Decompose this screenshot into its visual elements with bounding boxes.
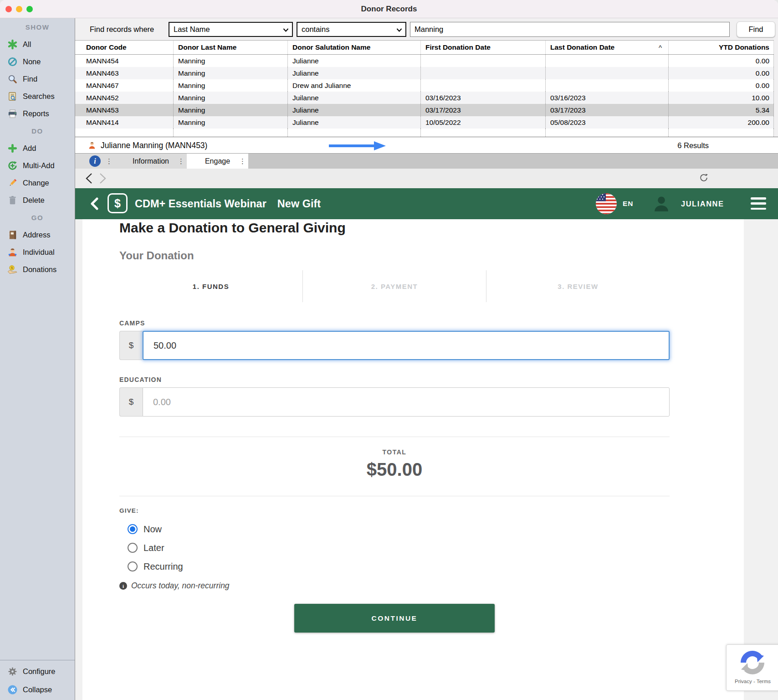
main-area: Find records where Last Name contains Fi… bbox=[75, 18, 778, 700]
radio-button[interactable] bbox=[128, 543, 138, 553]
sidebar-item-change[interactable]: Change bbox=[0, 174, 75, 191]
donation-hand-icon: $ bbox=[7, 264, 18, 275]
language-label[interactable]: EN bbox=[623, 188, 634, 219]
column-header-donor-last-name[interactable]: Donor Last Name bbox=[174, 41, 288, 54]
table-row-mann414[interactable]: MANN414ManningJulianne10/05/202205/08/20… bbox=[75, 116, 774, 129]
record-info-button[interactable]: i⋮ bbox=[75, 154, 115, 169]
info-icon: i bbox=[89, 155, 101, 167]
table-row-mann452[interactable]: MANN452ManningJuilanne03/16/202303/16/20… bbox=[75, 92, 774, 104]
sidebar-item-label: Change bbox=[23, 179, 49, 187]
donation-form-card: Make a Donation to General Giving Your D… bbox=[82, 219, 744, 700]
back-arrow-icon[interactable] bbox=[85, 173, 92, 184]
tab-options-dots-icon[interactable]: ⋮ bbox=[239, 157, 246, 165]
give-label: GIVE: bbox=[119, 507, 670, 514]
fund-field-camps: CAMPS$ bbox=[119, 319, 670, 360]
sidebar-section-label: DO bbox=[0, 122, 75, 139]
sidebar-item-label: Reports bbox=[23, 109, 49, 118]
sidebar-item-donations[interactable]: $Donations bbox=[0, 261, 75, 278]
sidebar-item-delete[interactable]: Delete bbox=[0, 191, 75, 209]
sidebar-section-label: GO bbox=[0, 209, 75, 226]
fund-amount-input-education[interactable] bbox=[143, 387, 670, 417]
sidebar-item-find[interactable]: Find bbox=[0, 70, 75, 88]
trash-icon bbox=[7, 195, 18, 206]
engage-webview: $ CDM+ Essentials Webinar New Gift bbox=[75, 188, 778, 700]
column-header-donor-code[interactable]: Donor Code bbox=[75, 41, 174, 54]
fund-label: EDUCATION bbox=[119, 376, 670, 383]
table-row-mann467[interactable]: MANN467ManningDrew and Julianne0.00 bbox=[75, 79, 774, 92]
section-title: Your Donation bbox=[119, 249, 670, 262]
tab-options-dots-icon[interactable]: ⋮ bbox=[178, 157, 184, 165]
cell: 03/17/2023 bbox=[421, 104, 546, 116]
give-option-recurring[interactable]: Recurring bbox=[128, 560, 183, 573]
cell: MANN467 bbox=[75, 79, 174, 92]
web-header-title: CDM+ Essentials Webinar New Gift bbox=[135, 188, 321, 219]
give-option-now[interactable]: Now bbox=[128, 523, 162, 535]
sidebar-item-reports[interactable]: Reports bbox=[0, 105, 75, 122]
cell: 05/08/2023 bbox=[546, 116, 669, 129]
column-header-donor-salutation-name[interactable]: Donor Salutation Name bbox=[288, 41, 421, 54]
table-row-mann463[interactable]: MANN463ManningJulianne0.00 bbox=[75, 67, 774, 79]
fund-amount-input-camps[interactable] bbox=[143, 331, 670, 360]
person-icon bbox=[87, 141, 97, 150]
sidebar-item-individual[interactable]: Individual bbox=[0, 243, 75, 261]
operator-dropdown[interactable]: contains bbox=[297, 22, 406, 37]
sidebar-item-collapse[interactable]: Collapse bbox=[0, 680, 75, 699]
sidebar-item-add[interactable]: Add bbox=[0, 139, 75, 157]
cell bbox=[421, 67, 546, 79]
wizard-step-funds: 1. FUNDS bbox=[119, 270, 302, 302]
cell: Julianne bbox=[288, 67, 421, 79]
page-title: Make a Donation to General Giving bbox=[119, 220, 670, 236]
sidebar-item-address[interactable]: Address bbox=[0, 226, 75, 243]
operator-dropdown-value: contains bbox=[302, 25, 329, 34]
radio-button[interactable] bbox=[128, 561, 138, 571]
web-back-icon[interactable] bbox=[90, 197, 98, 210]
us-flag-icon[interactable] bbox=[595, 193, 617, 215]
recaptcha-badge: Privacy - Terms bbox=[726, 644, 778, 691]
table-row-mann453[interactable]: MANN453ManningJulianne03/17/202303/17/20… bbox=[75, 104, 774, 116]
give-note: i Occurs today, non-recurring bbox=[119, 581, 670, 591]
chevron-down-icon bbox=[396, 25, 402, 34]
hamburger-menu-icon[interactable] bbox=[751, 197, 766, 210]
plus-icon bbox=[7, 143, 18, 154]
tab-information[interactable]: Information⋮ bbox=[115, 154, 187, 169]
sidebar-item-label: All bbox=[23, 40, 31, 49]
column-header-ytd-donations[interactable]: YTD Donations bbox=[669, 41, 774, 54]
sidebar-item-searches[interactable]: Searches bbox=[0, 88, 75, 105]
multi-add-icon bbox=[7, 160, 18, 171]
forward-arrow-icon[interactable] bbox=[99, 173, 107, 184]
cell: Manning bbox=[174, 92, 288, 104]
radio-button[interactable] bbox=[128, 524, 138, 534]
search-input[interactable] bbox=[410, 22, 730, 37]
cell: 03/17/2023 bbox=[546, 104, 669, 116]
recaptcha-privacy-terms-link[interactable]: Privacy - Terms bbox=[727, 679, 778, 684]
continue-button[interactable]: CONTINUE bbox=[294, 604, 495, 633]
table-row-mann454[interactable]: MANN454ManningJulianne0.00 bbox=[75, 55, 774, 67]
cell: Manning bbox=[174, 67, 288, 79]
web-header: $ CDM+ Essentials Webinar New Gift bbox=[75, 188, 778, 219]
sidebar-item-all[interactable]: All bbox=[0, 36, 75, 53]
column-header-last-donation-date[interactable]: Last Donation Date^ bbox=[546, 41, 669, 54]
selected-record-label: Julianne Manning (MANN453) bbox=[101, 137, 207, 154]
person-icon bbox=[7, 247, 18, 257]
tab-engage[interactable]: Engage⋮ bbox=[187, 154, 248, 169]
record-tab-bar: i⋮Information⋮Engage⋮ bbox=[75, 153, 778, 169]
tab-label: Engage bbox=[205, 157, 230, 165]
find-button[interactable]: Find bbox=[737, 21, 775, 37]
logged-in-user[interactable]: JULIANNE bbox=[681, 188, 724, 219]
sidebar-item-none[interactable]: None bbox=[0, 53, 75, 70]
printer-icon bbox=[7, 108, 18, 119]
cell bbox=[546, 55, 669, 67]
divider bbox=[119, 437, 670, 437]
field-dropdown[interactable]: Last Name bbox=[169, 22, 293, 37]
tab-options-dots-icon[interactable]: ⋮ bbox=[106, 157, 113, 165]
window-title: Donor Records bbox=[0, 0, 778, 18]
give-option-later[interactable]: Later bbox=[128, 541, 164, 554]
sidebar-item-multi-add[interactable]: Multi-Add bbox=[0, 157, 75, 174]
sidebar-footer: ConfigureCollapse bbox=[0, 660, 75, 700]
search-bar: Find records where Last Name contains Fi… bbox=[75, 18, 778, 40]
fund-amount-row: $ bbox=[119, 331, 670, 360]
refresh-icon[interactable] bbox=[699, 173, 709, 183]
column-header-first-donation-date[interactable]: First Donation Date bbox=[421, 41, 546, 54]
gear-icon bbox=[7, 666, 18, 677]
sidebar-item-configure[interactable]: Configure bbox=[0, 662, 75, 680]
